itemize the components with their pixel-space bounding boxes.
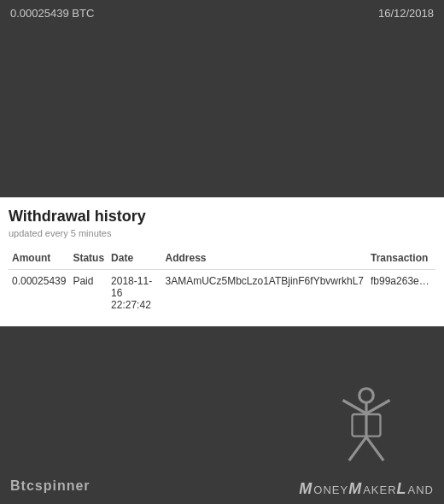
- withdrawal-table: Amount Status Date Address Transaction 0…: [9, 249, 435, 316]
- brand-left: Btcspinner: [10, 478, 91, 494]
- logo-right: MONEYMAKERLAND: [299, 386, 434, 498]
- withdrawal-title: Withdrawal history: [9, 208, 435, 226]
- svg-line-4: [349, 437, 366, 460]
- cell-date: 2018-11-1622:27:42: [108, 270, 161, 317]
- cell-status: Paid: [69, 270, 108, 317]
- brand-right: MONEYMAKERLAND: [299, 480, 434, 498]
- col-transaction: Transaction: [367, 249, 435, 270]
- withdrawal-subtitle: updated every 5 minutes: [9, 228, 435, 238]
- col-date: Date: [108, 249, 161, 270]
- withdrawal-section: Withdrawal history updated every 5 minut…: [0, 197, 444, 326]
- svg-line-5: [366, 437, 383, 460]
- date-display: 16/12/2018: [378, 7, 434, 20]
- table-row: 0.00025439 Paid 2018-11-1622:27:42 3AMAm…: [9, 270, 435, 317]
- cell-address: 3AMAmUCz5MbcLzo1ATBjinF6fYbvwrkhL7: [161, 270, 367, 317]
- col-address: Address: [161, 249, 367, 270]
- logo-figure-icon: [324, 386, 409, 480]
- col-status: Status: [69, 249, 108, 270]
- cell-transaction[interactable]: fb99a263e0f4: [367, 270, 435, 317]
- col-amount: Amount: [9, 249, 69, 270]
- cell-amount: 0.00025439: [9, 270, 69, 317]
- svg-point-0: [359, 389, 374, 403]
- btc-amount: 0.00025439 BTC: [10, 7, 94, 20]
